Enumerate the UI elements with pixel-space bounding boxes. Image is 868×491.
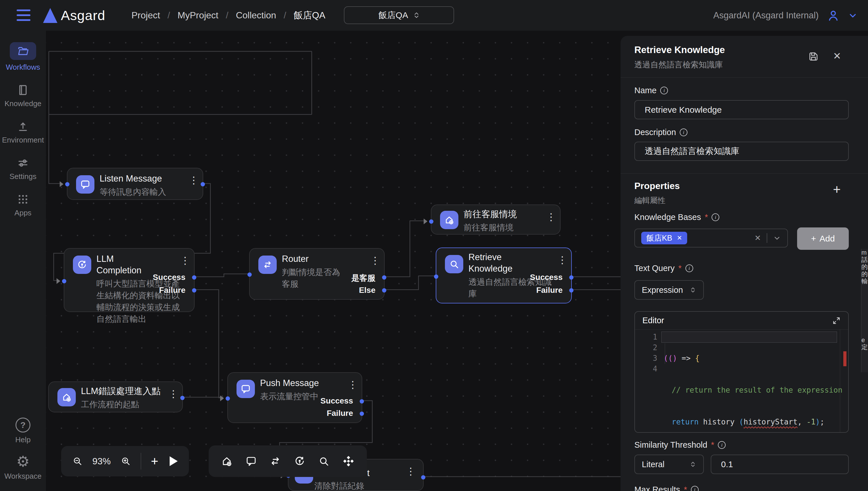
run-workflow-button[interactable]: [170, 456, 178, 466]
sidebar-item-help[interactable]: ? Help: [15, 417, 30, 444]
integrations-move-icon[interactable]: [342, 455, 355, 468]
account-label: AsgardAI (Asgard Internal): [713, 10, 819, 21]
similarity-value-field[interactable]: 0.1: [711, 455, 849, 474]
kb-chip[interactable]: 飯店KB✕: [641, 232, 687, 244]
knowledge-bases-select[interactable]: 飯店KB✕ ✕: [634, 229, 788, 248]
input-port[interactable]: [434, 275, 438, 279]
node-menu-button[interactable]: ⋮: [168, 389, 174, 399]
breadcrumb-myproject[interactable]: MyProject: [178, 10, 218, 21]
add-node-button[interactable]: +: [151, 455, 158, 467]
properties-subtitle: 編輯屬性: [634, 195, 666, 206]
expression-editor[interactable]: Editor 1 2 3 4 (() => { // return the re…: [634, 311, 849, 433]
breadcrumb-collection[interactable]: Collection: [236, 10, 276, 21]
node-llm-completion[interactable]: LLM Completion 呼叫大型語言模型並產生結構化的資料輸出以輔助流程的…: [64, 248, 195, 312]
node-router[interactable]: Router 判斷情境是否為客服 ⋮ 是客服 Else: [249, 248, 385, 300]
similarity-mode-select[interactable]: Literal: [634, 455, 704, 474]
input-port[interactable]: [429, 220, 433, 224]
node-menu-button[interactable]: ⋮: [406, 466, 412, 476]
close-icon[interactable]: ✕: [833, 50, 841, 62]
router-arrows-icon: [258, 256, 277, 274]
clear-selection-icon[interactable]: ✕: [754, 233, 761, 242]
sidebar-item-environment[interactable]: Environment: [2, 120, 44, 145]
gear-icon: ⚙: [16, 454, 30, 469]
output-port-failure[interactable]: [569, 288, 573, 292]
output-port-failure[interactable]: [360, 411, 364, 416]
node-menu-button[interactable]: ⋮: [348, 380, 354, 389]
input-port[interactable]: [247, 272, 252, 277]
input-port[interactable]: [62, 279, 66, 283]
info-icon: i: [711, 213, 719, 221]
max-results-label: Max Results*i: [634, 485, 699, 491]
output-port-else[interactable]: [382, 288, 386, 292]
chevron-down-icon[interactable]: [848, 10, 858, 20]
node-listen-message[interactable]: Listen Message 等待訊息內容輸入 ⋮: [67, 168, 203, 200]
save-icon[interactable]: [808, 51, 819, 62]
output-port-is-cs[interactable]: [382, 275, 386, 280]
info-icon: i: [718, 441, 726, 449]
output-label-is-cs: 是客服: [351, 273, 375, 284]
chat-bubble-icon[interactable]: [245, 455, 257, 467]
zoom-toolbar: 93% +: [61, 446, 189, 476]
node-menu-button[interactable]: ⋮: [558, 255, 563, 265]
output-port[interactable]: [180, 396, 185, 400]
node-palette-toolbar: [209, 445, 367, 477]
search-icon[interactable]: [318, 455, 330, 467]
output-port-success[interactable]: [192, 275, 196, 280]
node-menu-button[interactable]: ⋮: [180, 256, 186, 265]
chevron-down-icon[interactable]: [773, 234, 781, 242]
node-menu-button[interactable]: ⋮: [546, 212, 552, 222]
knowledge-bases-label: Knowledge Bases*i: [634, 212, 719, 222]
node-inspector-panel: Retrieve Knowledge 透過自然語言檢索知識庫 ✕ Namei R…: [621, 36, 868, 491]
node-push-message[interactable]: Push Message 表示流量控管中 ⋮ Success Failure: [227, 372, 362, 423]
chat-bubble-icon: [237, 380, 255, 398]
zoom-in-button[interactable]: [120, 456, 131, 466]
breadcrumb-current: 飯店QA: [294, 9, 325, 22]
node-menu-button[interactable]: ⋮: [189, 175, 195, 185]
required-asterisk: *: [684, 485, 687, 491]
output-port-failure[interactable]: [192, 288, 196, 292]
output-label-success: Success: [320, 396, 353, 406]
sidebar: Workflows Knowledge Environment Settings…: [0, 31, 46, 491]
sidebar-item-settings[interactable]: Settings: [9, 156, 36, 181]
output-port-success[interactable]: [569, 275, 573, 280]
expand-icon[interactable]: [832, 316, 841, 325]
chip-remove-icon[interactable]: ✕: [677, 234, 682, 242]
node-subtitle: 前往客服情境: [464, 222, 546, 233]
required-asterisk: *: [711, 440, 714, 450]
scene-house-plus-icon[interactable]: [220, 455, 233, 467]
output-port[interactable]: [421, 475, 425, 480]
code-area[interactable]: 1 2 3 4 (() => { // return the result of…: [635, 329, 848, 432]
node-title: Push Message: [260, 377, 322, 389]
node-subtitle: 呼叫大型語言模型並產生結構化的資料輸出以輔助流程的決策或生成自然語言輸出: [97, 278, 187, 325]
ai-completion-icon[interactable]: [293, 455, 306, 467]
text-query-mode-select[interactable]: Expression: [634, 280, 704, 300]
scene-house-plus-icon: [440, 211, 458, 229]
menu-icon[interactable]: [17, 9, 30, 21]
select-updown-icon: [413, 11, 419, 19]
node-title: Listen Message: [100, 173, 188, 184]
node-llm-error-entry[interactable]: LLM錯誤處理進入點 工作流程的起點 ⋮: [48, 381, 183, 412]
zoom-level: 93%: [92, 456, 111, 467]
description-field[interactable]: 透過自然語言檢索知識庫: [634, 142, 849, 161]
folder-icon: [10, 42, 36, 60]
input-port[interactable]: [65, 182, 70, 186]
output-port[interactable]: [201, 182, 205, 186]
sidebar-item-workspace[interactable]: ⚙ Workspace: [4, 454, 42, 481]
node-goto-cs-scene[interactable]: 前往客服情境 前往客服情境 ⋮: [431, 204, 561, 235]
user-icon[interactable]: [827, 9, 840, 22]
input-port[interactable]: [226, 396, 230, 401]
sidebar-item-workflows[interactable]: Workflows: [6, 42, 40, 72]
add-property-button[interactable]: +: [833, 183, 841, 196]
router-arrows-icon[interactable]: [269, 455, 281, 467]
node-retrieve-knowledge[interactable]: Retrieve Knowledge 透過自然語言檢索知識庫 ⋮ Success…: [436, 248, 572, 304]
sidebar-item-apps[interactable]: Apps: [15, 193, 31, 218]
zoom-out-button[interactable]: [72, 456, 83, 466]
workflow-select[interactable]: 飯店QA: [344, 6, 454, 24]
sidebar-item-knowledge[interactable]: Knowledge: [5, 84, 42, 108]
name-field[interactable]: Retrieve Knowledge: [634, 100, 849, 119]
breadcrumb-project[interactable]: Project: [132, 10, 160, 21]
add-knowledge-base-button[interactable]: +Add: [797, 227, 849, 250]
text-query-label: Text Query*i: [634, 264, 693, 273]
node-menu-button[interactable]: ⋮: [370, 256, 376, 265]
output-port-success[interactable]: [360, 399, 364, 404]
